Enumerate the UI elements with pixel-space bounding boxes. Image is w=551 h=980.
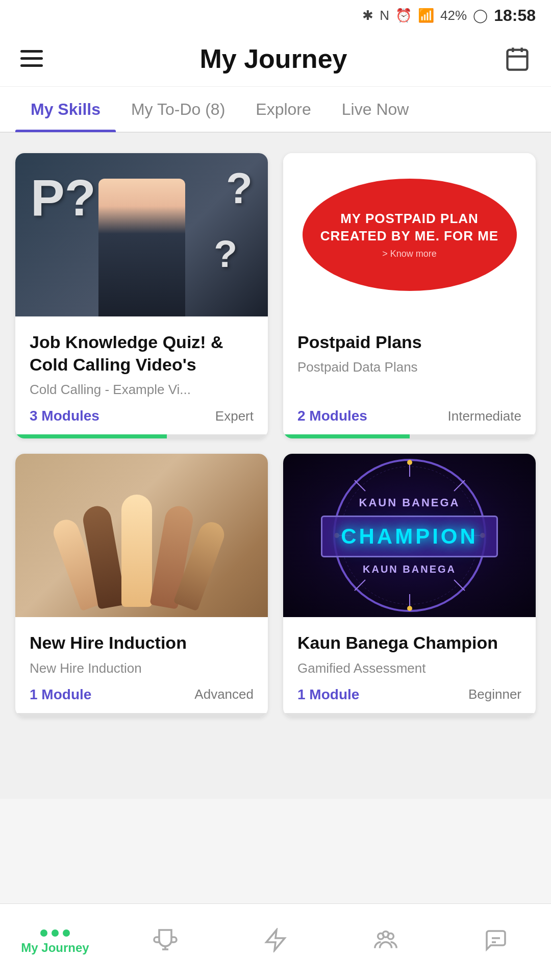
modules-count-4: 1 Module (297, 687, 359, 703)
tabs-bar: My Skills My To-Do (8) Explore Live Now (0, 87, 551, 133)
nav-item-flash[interactable] (220, 928, 331, 957)
content-area: P? ? ? Job Knowledge Quiz! & Cold Callin… (0, 133, 551, 799)
qmark-icon-2: ? (226, 163, 253, 213)
status-time: 18:58 (494, 6, 536, 25)
card-subtitle-2: Postpaid Data Plans (297, 359, 521, 398)
card-progress-1 (15, 434, 268, 438)
menu-button[interactable] (20, 50, 43, 67)
battery-icon: ◯ (473, 8, 488, 23)
card-new-hire[interactable]: New Hire Induction New Hire Induction 1 … (15, 454, 268, 717)
card-body-1: Job Knowledge Quiz! & Cold Calling Video… (15, 316, 268, 434)
calendar-button[interactable] (504, 45, 531, 72)
kbc-champion-text: CHAMPION (341, 524, 478, 548)
bottom-nav: My Journey (0, 903, 551, 980)
svg-marker-18 (266, 930, 285, 950)
qmark-icon-1: P? (31, 168, 96, 227)
oval-title: MY POSTPAID PLAN CREATED BY ME. FOR ME (320, 210, 498, 245)
battery-percent: 42% (440, 8, 467, 23)
card-kbc[interactable]: KAUN BANEGA CHAMPION KAUN BANEGA Kaun Ba… (283, 454, 536, 717)
card-title-1: Job Knowledge Quiz! & Cold Calling Video… (30, 331, 254, 376)
card-progress-3 (15, 713, 268, 717)
flash-icon (263, 928, 288, 952)
card-meta-3: 1 Module Advanced (30, 687, 254, 703)
card-progress-4 (283, 713, 536, 717)
card-subtitle-4: Gamified Assessment (297, 660, 521, 676)
alarm-icon: ⏰ (395, 8, 412, 23)
tab-live-now[interactable]: Live Now (327, 86, 424, 132)
page-title: My Journey (200, 43, 347, 74)
card-meta-4: 1 Module Beginner (297, 687, 521, 703)
kbc-bottom-text: KAUN BANEGA (363, 564, 456, 575)
person-figure (98, 179, 185, 316)
chat-icon (484, 928, 508, 952)
card-body-3: New Hire Induction New Hire Induction 1 … (15, 617, 268, 713)
difficulty-4: Beginner (468, 687, 521, 702)
modules-count-2: 2 Modules (297, 408, 367, 424)
nav-item-my-journey[interactable]: My Journey (0, 929, 110, 955)
card-progress-2 (283, 434, 536, 438)
card-postpaid-plans[interactable]: MY POSTPAID PLAN CREATED BY ME. FOR ME >… (283, 153, 536, 438)
postpaid-oval: MY POSTPAID PLAN CREATED BY ME. FOR ME >… (303, 179, 517, 291)
qmark-icon-3: ? (214, 232, 237, 276)
kbc-top-text: KAUN BANEGA (359, 496, 460, 509)
card-title-3: New Hire Induction (30, 631, 254, 654)
difficulty-1: Expert (215, 408, 254, 424)
signal-icon: 📶 (418, 8, 434, 23)
modules-count-3: 1 Module (30, 687, 91, 703)
trophy-icon (153, 928, 178, 952)
status-icons: ✱ N ⏰ 📶 42% ◯ 18:58 (362, 6, 536, 25)
status-bar: ✱ N ⏰ 📶 42% ◯ 18:58 (0, 0, 551, 31)
card-meta-2: 2 Modules Intermediate (297, 408, 521, 424)
tab-my-todo[interactable]: My To-Do (8) (116, 86, 240, 132)
difficulty-3: Advanced (194, 687, 254, 702)
team-icon (372, 928, 399, 952)
difficulty-2: Intermediate (447, 408, 521, 424)
card-progress-fill-1 (15, 434, 167, 438)
card-image-2: MY POSTPAID PLAN CREATED BY ME. FOR ME >… (283, 153, 536, 316)
kbc-champion-banner: CHAMPION (321, 516, 498, 557)
card-subtitle-1: Cold Calling - Example Vi... (30, 382, 254, 398)
oval-subtitle: > Know more (382, 249, 437, 259)
nav-item-leaderboard[interactable] (110, 928, 220, 957)
nav-item-team[interactable] (331, 928, 441, 957)
card-title-2: Postpaid Plans (297, 331, 521, 353)
tab-my-skills[interactable]: My Skills (15, 86, 116, 132)
modules-count-1: 3 Modules (30, 408, 99, 424)
card-body-4: Kaun Banega Champion Gamified Assessment… (283, 617, 536, 713)
app-header: My Journey (0, 31, 551, 87)
hand-3 (121, 495, 152, 607)
card-meta-1: 3 Modules Expert (30, 408, 254, 424)
bluetooth-icon: ✱ (362, 8, 373, 23)
nav-item-chat[interactable] (441, 928, 551, 957)
card-body-2: Postpaid Plans Postpaid Data Plans 2 Mod… (283, 316, 536, 434)
nfc-icon: N (380, 8, 389, 23)
cards-grid: P? ? ? Job Knowledge Quiz! & Cold Callin… (15, 153, 536, 717)
card-subtitle-3: New Hire Induction (30, 660, 254, 676)
card-progress-fill-2 (283, 434, 410, 438)
card-job-knowledge[interactable]: P? ? ? Job Knowledge Quiz! & Cold Callin… (15, 153, 268, 438)
card-image-3 (15, 454, 268, 617)
card-title-4: Kaun Banega Champion (297, 631, 521, 654)
nav-label-my-journey: My Journey (21, 941, 89, 955)
hands-container (60, 464, 223, 607)
tab-explore[interactable]: Explore (240, 86, 327, 132)
card-image-4: KAUN BANEGA CHAMPION KAUN BANEGA (283, 454, 536, 617)
nav-dots-icon (40, 929, 70, 937)
svg-rect-0 (507, 50, 527, 69)
card-image-1: P? ? ? (15, 153, 268, 316)
kbc-visual: KAUN BANEGA CHAMPION KAUN BANEGA (331, 456, 489, 615)
